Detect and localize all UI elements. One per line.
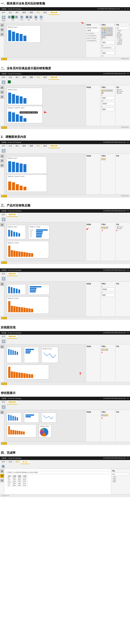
model-view-icon[interactable]: ⊞ <box>0 164 4 167</box>
tab-home[interactable]: 主页 <box>0 213 7 217</box>
chart-top[interactable]: 销售额 按 业务员 <box>7 156 47 174</box>
field-node[interactable]: 产品名称 <box>116 226 129 228</box>
chart-bottom[interactable]: 销售额 按 产品名称 和 业务员 <box>7 174 47 192</box>
close-icon[interactable]: ✕ <box>127 72 129 75</box>
text-icon[interactable]: A <box>29 16 32 18</box>
tab-drill[interactable]: 数据/钻取 <box>49 11 60 15</box>
filters-header[interactable]: 筛选器 <box>86 411 91 413</box>
close-icon[interactable]: ✕ <box>127 397 129 400</box>
chart-products[interactable]: 销售额 按 产品名称 <box>7 296 49 314</box>
viz-clustered-column[interactable]: ▮ <box>104 27 106 29</box>
max-icon[interactable]: ▢ <box>124 8 126 10</box>
user-account[interactable]: xumin08219073@outlook.com <box>103 141 126 144</box>
field-node[interactable]: 地区 <box>116 36 129 38</box>
chart-top[interactable]: 销售额 按 业务员 <box>7 88 43 105</box>
model-view-icon[interactable]: ⊞ <box>0 95 4 99</box>
tab-view[interactable]: 视图 <box>28 11 35 15</box>
excel-icon[interactable]: X <box>12 16 14 18</box>
col-header[interactable]: 任务额 <box>12 475 17 477</box>
tab-file[interactable]: 文件 <box>0 460 7 464</box>
tab-format[interactable]: 格式 <box>42 11 49 15</box>
table-node[interactable]: ▸ 订单明细 <box>116 40 129 42</box>
tab-insert[interactable]: 插入 <box>14 144 21 148</box>
hbar-chart[interactable] <box>28 284 50 295</box>
viz-item[interactable]: ⋀ <box>104 414 106 416</box>
chart-bottom[interactable]: 销售额 按 产品名称 和 业务员 此视觉对象上的筛选器: 液晶显示器 ➔ <box>7 106 43 123</box>
collapse-icon[interactable]: › <box>100 24 100 26</box>
model-view-icon[interactable]: ⊞ <box>0 32 4 36</box>
table-node[interactable]: ▾ 任务 <box>112 476 129 478</box>
col-header[interactable]: 完成率 <box>22 475 28 477</box>
filters-header[interactable]: 筛选器 <box>86 155 91 157</box>
paste-icon[interactable]: 📋 <box>2 218 6 221</box>
filter-well[interactable]: 在此处添加数据字段 <box>86 39 100 42</box>
paste-icon[interactable]: 📋 <box>2 16 6 20</box>
collapse-icon[interactable]: › <box>129 24 129 26</box>
canvas[interactable]: 销售额 按 业务员 ↘ <box>4 23 86 57</box>
field-pill[interactable]: 业务员 <box>102 97 106 99</box>
tab-drill[interactable]: 数据/钻取 <box>7 272 18 276</box>
filter-pill[interactable]: 业务员 <box>87 30 91 31</box>
fields-header[interactable]: 字段 <box>116 24 119 26</box>
field-pill[interactable]: 产品名称 <box>102 288 107 290</box>
sql-icon[interactable]: ⛁ <box>15 16 18 18</box>
fields-header[interactable]: 字段 <box>116 86 119 88</box>
viz-item[interactable]: ◐ <box>108 90 110 92</box>
viz-pie[interactable]: ◐ <box>108 29 110 32</box>
bar-chart-visual[interactable]: 销售额 按 业务员 <box>7 25 40 42</box>
viz-header[interactable]: 可视化 <box>101 283 106 285</box>
paste-icon[interactable]: 📋 <box>2 80 6 84</box>
search-input[interactable]: 搜索 <box>112 473 129 476</box>
chart-small[interactable]: 销售额 按 业务员 <box>7 225 26 239</box>
filters-header[interactable]: 筛选器 <box>86 346 91 348</box>
tab-format[interactable]: 格式 <box>42 76 49 80</box>
paste-icon[interactable]: 📋 <box>2 149 6 153</box>
fields-header[interactable]: 字段 <box>116 283 119 285</box>
viz-stacked-column[interactable]: ▯ <box>106 27 108 29</box>
tab-view[interactable]: 视图 <box>28 76 35 80</box>
viz-header[interactable]: 可视化 <box>101 24 106 26</box>
data-view-icon[interactable]: 田 <box>0 159 4 163</box>
data-view-icon[interactable]: 田 <box>0 474 4 478</box>
viz-donut[interactable]: ◯ <box>110 29 113 32</box>
chart-products[interactable] <box>7 424 36 438</box>
viz-gauge[interactable]: ◡ <box>108 32 110 34</box>
collapse-icon[interactable]: › <box>114 24 114 26</box>
viz-pie[interactable]: ◐ <box>106 414 108 416</box>
table-node[interactable]: ▾ 销售记录 <box>116 42 129 43</box>
field-node[interactable]: 任务额 <box>116 35 129 36</box>
field-node[interactable]: 任务额 <box>112 479 129 481</box>
fields-header[interactable]: 字段 <box>112 470 115 472</box>
tab-insert[interactable]: 插入 <box>14 76 21 80</box>
chart-products[interactable] <box>7 364 49 380</box>
tab-help[interactable]: 帮助 <box>14 460 21 464</box>
excel-icon[interactable]: X <box>8 80 11 83</box>
viz-r[interactable]: R <box>110 34 113 36</box>
close-icon[interactable]: ✕ <box>127 332 129 334</box>
tab-drill[interactable]: 数据/钻取 <box>7 335 18 339</box>
line-chart[interactable]: 销售额 按 业务员 <box>41 347 58 363</box>
table-node[interactable]: ▾ 任务 <box>116 32 129 33</box>
canvas[interactable]: 销售额 按 业务员 销售额 按 产品名称 和 业务员 此视觉对象上的筛选器: 液… <box>4 85 86 126</box>
tab-drill[interactable]: 数据/钻取 <box>7 400 18 404</box>
table-node[interactable]: ▸ Sheet1 <box>116 30 129 32</box>
viz-slicer[interactable]: ▥ <box>104 34 106 36</box>
tab-model[interactable]: 建模 <box>21 11 28 15</box>
name-icon[interactable]: Aa <box>2 465 5 468</box>
tab-drill[interactable]: 数据/钻取 <box>49 76 60 80</box>
hbar-chart[interactable] <box>24 347 39 363</box>
viz-item[interactable]: ▮ <box>106 226 108 229</box>
page-tab[interactable]: 第 1 页 <box>1 442 7 444</box>
tab-home[interactable]: 主页 <box>7 144 14 148</box>
viz-header[interactable]: 可视化 <box>101 411 106 413</box>
viz-item[interactable]: ▮ <box>101 414 104 416</box>
viz-funnel[interactable]: ▽ <box>106 32 108 34</box>
min-icon[interactable]: — <box>121 8 123 10</box>
axis-well[interactable]: 业务员 <box>101 41 114 44</box>
viz-treemap[interactable]: ▦ <box>101 32 104 34</box>
close-icon[interactable]: ✕ <box>127 269 129 271</box>
tab-help[interactable]: 帮助 <box>35 76 42 80</box>
viz-py[interactable]: Py <box>101 36 104 38</box>
table-row[interactable]: 陈蓉4000045825114.6% <box>7 477 28 479</box>
tab-insert[interactable]: 插入 <box>14 11 21 15</box>
